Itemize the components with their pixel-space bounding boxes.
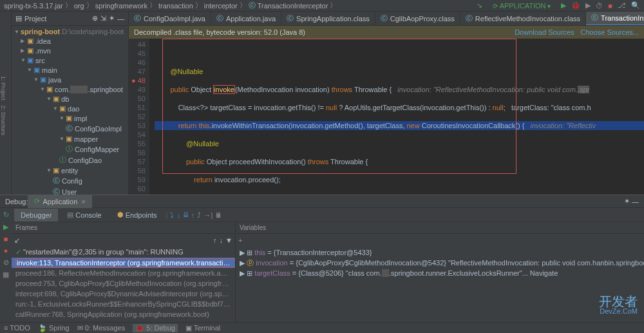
tree-src[interactable]: ▼▣ src (12, 55, 128, 65)
var-invocation[interactable]: ▶ ⓟ invocation = {CglibAopProxy$CglibMet… (238, 258, 644, 269)
panel-expand-icon[interactable]: ▤ (15, 14, 22, 23)
profile-icon[interactable]: ⏱ (596, 2, 603, 10)
bc-p3[interactable]: transaction (158, 2, 193, 10)
pin-icon[interactable]: ↙ (14, 236, 20, 245)
tree-db[interactable]: ▼▣ db (12, 94, 128, 104)
choose-sources-link[interactable]: Choose Sources... (581, 28, 639, 36)
add-watch-icon[interactable]: + (238, 236, 242, 244)
build-icon[interactable]: ↘ (477, 1, 482, 10)
bc-p2[interactable]: springframework (95, 2, 147, 10)
top-bar: spring-tx-5.3.17.jar〉 org〉 springframewo… (0, 0, 644, 12)
run-config-selector[interactable]: ⟳ APPLICATION ▾ (488, 2, 556, 10)
console-tab[interactable]: ▤Console (61, 209, 108, 222)
tree-mapper[interactable]: ▼▣ mapper (12, 134, 128, 144)
tree-configmapper[interactable]: Ⓘ ConfigMapper (12, 144, 128, 155)
frame-item[interactable]: callRunner:768, SpringApplication (org.s… (12, 309, 235, 319)
tree-pkg[interactable]: ▼▣ com.xxxxx.springboot (12, 84, 128, 94)
tree-entity[interactable]: ▼▣ entity (12, 166, 128, 175)
frame-item-selected[interactable]: invoke:113, TransactionInterceptor (org.… (12, 258, 235, 268)
resume-icon[interactable]: ▶ (3, 223, 8, 231)
tree-configdaoimpl[interactable]: ⓒ ConfigDaoImpl (12, 123, 128, 134)
tab-configdaoimpl[interactable]: ⓒConfigDaoImpl.java (129, 12, 211, 26)
todo-tab[interactable]: ≡ TODO (4, 324, 30, 332)
run-icon[interactable]: ▶ (561, 1, 566, 10)
drop-frame-icon[interactable]: ⤴ (197, 211, 201, 219)
tree-java[interactable]: ▼▣ java (12, 75, 128, 84)
code-content[interactable]: @Nullable public Object invoke(MethodInv… (149, 39, 644, 195)
tab-reflective[interactable]: ⓒReflectiveMethodInvocation.class (460, 12, 586, 26)
var-this[interactable]: ▶ ⊞ this = {TransactionInterceptor@5433} (238, 248, 644, 258)
tree-configdao[interactable]: Ⓘ ConfigDao (12, 155, 128, 166)
debug-hide-icon[interactable]: — (632, 198, 639, 205)
tree-user[interactable]: ⓒ User (12, 186, 128, 195)
messages-tab[interactable]: ✉ 0: Messages (77, 324, 125, 332)
debug-app-tab[interactable]: ⟳Application× (28, 195, 91, 208)
spring-tab[interactable]: 🍃 Spring (38, 324, 70, 332)
variable-list[interactable]: ▶ ⊞ this = {TransactionInterceptor@5433}… (236, 247, 644, 322)
debug-icon[interactable]: 🐞 (571, 1, 580, 10)
variables-panel: Variables + ▶ ⊞ this = {TransactionInter… (236, 222, 644, 322)
tree-idea[interactable]: ▶▣ .idea (12, 36, 128, 46)
debug-gear-icon[interactable]: ✶ (624, 197, 630, 205)
terminal-tab[interactable]: ▣ Terminal (185, 324, 220, 332)
force-step-into-icon[interactable]: ⇊ (183, 211, 189, 219)
thread-item[interactable]: ✓ "restartedMain"@2,305 in group "main":… (12, 247, 235, 258)
endpoints-tab[interactable]: ⬢Endpoints (111, 209, 164, 222)
tab-application[interactable]: ⓒApplication.java (211, 12, 281, 26)
left-tool-strip[interactable]: 1: Project 2: Structure (0, 12, 12, 195)
view-breakpoints-icon[interactable]: ● (4, 247, 8, 254)
debug-title: Debug: (5, 198, 28, 205)
tree-config[interactable]: ⓒ Config (12, 175, 128, 186)
project-panel: ▤ Project ⊕ ⇲ ✶ — ▼spring-boot D:\code\s… (12, 12, 129, 195)
breadcrumb: spring-tx-5.3.17.jar〉 org〉 springframewo… (4, 1, 477, 10)
bc-p4[interactable]: interceptor (204, 2, 238, 10)
select-opened-icon[interactable]: ⊕ (92, 14, 98, 23)
mute-breakpoints-icon[interactable]: ⊘ (3, 258, 9, 267)
step-over-icon[interactable]: ⤵ (170, 211, 174, 219)
run-to-cursor-icon[interactable]: →| (204, 211, 213, 219)
line-gutter: 44454647 ● 48 4950515253 5455565758 5960… (129, 39, 149, 195)
debug-left-toolbar: ↻ ▶ ■ ● ⊘ ▦ (0, 208, 12, 322)
var-targetclass[interactable]: ▶ ⊞ targetClass = {Class@5206} "class co… (238, 269, 644, 278)
tab-transactioninterceptor[interactable]: ⓒTransactionInterceptor.class× (586, 12, 644, 26)
tree-mvn[interactable]: ▶▣ .mvn (12, 46, 128, 55)
frame-list[interactable]: ✓ "restartedMain"@2,305 in group "main":… (12, 247, 235, 322)
breakpoint-line[interactable]: ● 48 (129, 76, 146, 85)
tab-cglibaopproxy[interactable]: ⓒCglibAopProxy.class (375, 12, 460, 26)
layout-icon[interactable]: ▦ (3, 271, 9, 279)
evaluate-icon[interactable]: 🖩 (215, 211, 222, 219)
frame-item[interactable]: run:-1, ExclusiveLocksRunner$$EnhancerBy… (12, 299, 235, 309)
toolbar-right: ↘ ⟳ APPLICATION ▾ ▶ 🐞 ▶ ⏱ ■ ⎇ 🔍 (477, 1, 640, 10)
debug-toolbar: Debugger ▤Console ⬢Endpoints | ⤵ ↓ ⇊ ↑ ⤴… (12, 208, 644, 222)
bc-jar[interactable]: spring-tx-5.3.17.jar (4, 2, 63, 10)
download-sources-link[interactable]: Download Sources (515, 28, 574, 36)
frame-item[interactable]: intercept:698, CglibAopProxy$DynamicAdvi… (12, 289, 235, 299)
rerun-icon[interactable]: ↻ (3, 211, 9, 219)
tree-dao[interactable]: ▼▣ dao (12, 104, 128, 113)
gear-icon[interactable]: ✶ (109, 14, 115, 23)
filter-icon[interactable]: ▼ (225, 236, 232, 244)
git-icon[interactable]: ⎇ (618, 1, 626, 10)
bc-class[interactable]: TransactionInterceptor (258, 2, 328, 10)
bc-org[interactable]: org (74, 2, 84, 10)
tab-springapplication[interactable]: ⓒSpringApplication.class (281, 12, 375, 26)
collapse-all-icon[interactable]: ⇲ (100, 14, 106, 23)
prev-frame-icon[interactable]: ↑ (213, 236, 217, 244)
code-editor[interactable]: 44454647 ● 48 4950515253 5455565758 5960… (129, 39, 644, 195)
hide-icon[interactable]: — (117, 15, 124, 23)
tree-main[interactable]: ▼▣ main (12, 65, 128, 75)
debug-tab-bottom[interactable]: 🐞 5: Debug (133, 324, 178, 332)
debugger-tab[interactable]: Debugger (14, 209, 58, 222)
next-frame-icon[interactable]: ↓ (220, 236, 223, 244)
project-tree[interactable]: ▼spring-boot D:\code\spring-boot ▶▣ .ide… (12, 26, 128, 195)
step-into-icon[interactable]: ↓ (176, 211, 180, 219)
coverage-icon[interactable]: ▶ (585, 1, 591, 10)
step-out-icon[interactable]: ↑ (191, 211, 195, 219)
search-icon[interactable]: 🔍 (631, 1, 640, 10)
stop-debug-icon[interactable]: ■ (4, 235, 8, 243)
tree-root[interactable]: ▼spring-boot D:\code\spring-boot (12, 27, 128, 36)
tree-impl[interactable]: ▼▣ impl (12, 113, 128, 123)
frame-item[interactable]: proceed:186, ReflectiveMethodInvocation … (12, 268, 235, 278)
frame-item[interactable]: proceed:753, CglibAopProxy$CglibMethodIn… (12, 278, 235, 289)
stop-icon[interactable]: ■ (608, 2, 612, 10)
